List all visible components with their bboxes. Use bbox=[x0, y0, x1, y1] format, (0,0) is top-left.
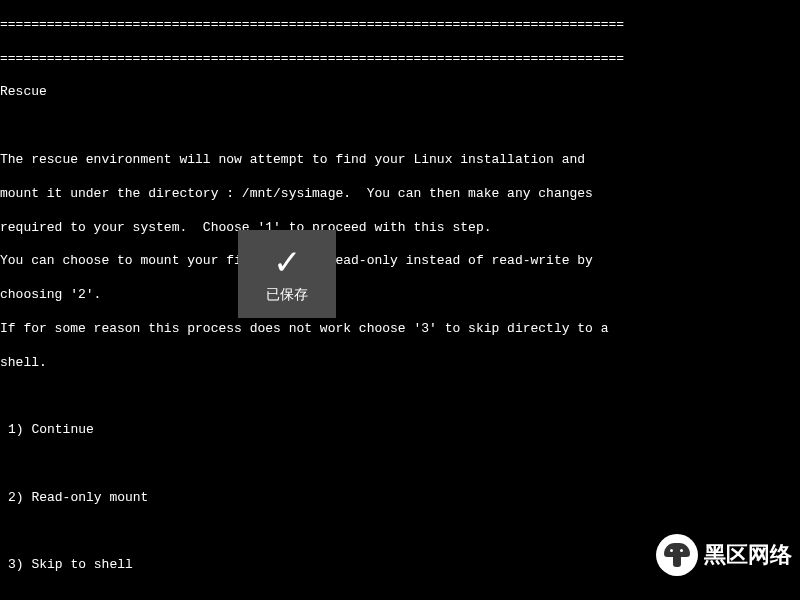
rescue-body: shell. bbox=[0, 355, 800, 372]
watermark: 黑区网络 bbox=[656, 534, 792, 576]
blank-line bbox=[0, 388, 800, 405]
rescue-body: If for some reason this process does not… bbox=[0, 321, 800, 338]
rescue-title: Rescue bbox=[0, 84, 800, 101]
blank-line bbox=[0, 591, 800, 600]
separator: ========================================… bbox=[0, 17, 800, 34]
rescue-body: choosing '2'. bbox=[0, 287, 800, 304]
mushroom-icon bbox=[656, 534, 698, 576]
toast-label: 已保存 bbox=[266, 285, 308, 303]
option-continue[interactable]: 1) Continue bbox=[0, 422, 800, 439]
rescue-body: You can choose to mount your file system… bbox=[0, 253, 800, 270]
blank-line bbox=[0, 456, 800, 473]
rescue-body: mount it under the directory : /mnt/sysi… bbox=[0, 186, 800, 203]
check-icon: ✓ bbox=[273, 245, 301, 279]
option-readonly[interactable]: 2) Read-only mount bbox=[0, 490, 800, 507]
rescue-body: The rescue environment will now attempt … bbox=[0, 152, 800, 169]
blank-line bbox=[0, 118, 800, 135]
saved-toast: ✓ 已保存 bbox=[238, 230, 336, 318]
terminal-output: ========================================… bbox=[0, 0, 800, 600]
separator: ========================================… bbox=[0, 51, 800, 68]
watermark-text: 黑区网络 bbox=[704, 541, 792, 570]
rescue-body: required to your system. Choose '1' to p… bbox=[0, 220, 800, 237]
